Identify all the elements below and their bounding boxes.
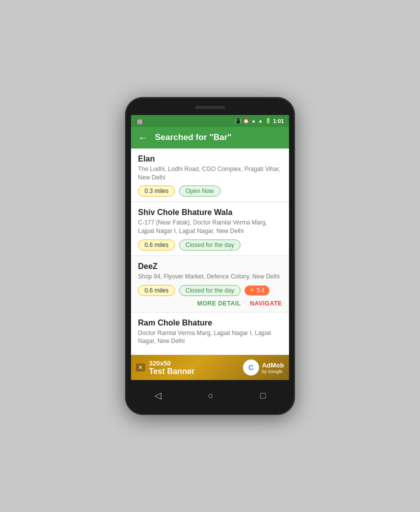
android-icon: 🤖: [136, 118, 144, 124]
result-address: Doctor Ramlal Verma Marg, Lajpat Nagar I…: [138, 329, 282, 346]
toolbar-title: Searched for "Bar": [155, 132, 232, 142]
battery-icon: 🔋: [265, 118, 271, 124]
wifi-icon: ▲: [251, 118, 256, 124]
vibrate-icon: 📳: [235, 118, 241, 124]
action-buttons: MORE DETAIL NAVIGATE: [138, 300, 282, 307]
result-item-shiv[interactable]: Shiv Chole Bhature Wala C-177 (Near Fata…: [131, 202, 289, 256]
result-item-deez[interactable]: DeeZ Shop 94, Flyover Market, Defence Co…: [131, 256, 289, 312]
time-display: 1:01: [273, 118, 284, 124]
result-badges: 0.3 miles Open Now: [138, 186, 282, 196]
home-nav-button[interactable]: ○: [208, 390, 214, 401]
back-nav-button[interactable]: ◁: [154, 390, 162, 401]
result-name: DeeZ: [138, 262, 282, 271]
navigation-bar: ◁ ○ □: [131, 385, 289, 406]
result-address: The Lodhi, Lodhi Road, CGO Complex, Prag…: [138, 165, 282, 182]
distance-badge: 0.6 miles: [138, 240, 175, 250]
result-badges: 0.6 miles Closed for the day: [138, 240, 282, 250]
ad-text: 320x50 Test Banner: [149, 360, 194, 376]
result-badges: 0.6 miles Closed for the day ★ 3.4: [138, 285, 282, 296]
navigate-button[interactable]: NAVIGATE: [250, 300, 282, 307]
phone-speaker: [195, 106, 225, 109]
toolbar: ← Searched for "Bar": [131, 127, 289, 148]
distance-badge: 0.6 miles: [138, 285, 175, 296]
status-badge: Closed for the day: [179, 285, 240, 296]
result-item-ram[interactable]: Ram Chole Bhature Doctor Ramlal Verma Ma…: [131, 312, 289, 356]
phone-device: 🤖 📳 ⏰ ▲ ▲ 🔋 1:01 ← Searched for "Bar" El…: [125, 97, 295, 416]
result-address: C-177 (Near Fatak), Doctor Ramlal Verma …: [138, 218, 282, 236]
result-name: Shiv Chole Bhature Wala: [138, 208, 282, 217]
ad-test-label: Test Banner: [149, 367, 194, 376]
result-name: Ram Chole Bhature: [138, 318, 282, 328]
ad-logo-area: C AdMob by Google: [243, 360, 284, 376]
ad-close-button[interactable]: ✕: [136, 364, 145, 372]
status-bar: 🤖 📳 ⏰ ▲ ▲ 🔋 1:01: [131, 115, 289, 127]
rating-value: 3.4: [256, 287, 264, 294]
admob-by-google: by Google: [262, 369, 282, 374]
admob-name: AdMob: [262, 362, 284, 369]
status-badge: Closed for the day: [179, 240, 240, 250]
status-bar-left: 🤖: [136, 118, 144, 124]
rating-badge: ★ 3.4: [244, 286, 270, 296]
result-name: Elan: [138, 154, 282, 164]
admob-brand: AdMob by Google: [262, 362, 284, 374]
back-button[interactable]: ←: [138, 132, 148, 144]
clock-icon: ⏰: [243, 118, 249, 124]
distance-badge: 0.3 miles: [138, 186, 175, 196]
signal-icon: ▲: [258, 118, 263, 124]
star-icon: ★: [250, 287, 254, 294]
more-detail-button[interactable]: MORE DETAIL: [197, 300, 240, 307]
results-list: Elan The Lodhi, Lodhi Road, CGO Complex,…: [131, 148, 289, 380]
status-bar-right: 📳 ⏰ ▲ ▲ 🔋 1:01: [235, 118, 284, 124]
ad-banner: ✕ 320x50 Test Banner C AdMob by Google: [131, 355, 289, 380]
admob-logo-icon: C: [243, 360, 259, 376]
ad-size: 320x50: [149, 360, 194, 367]
phone-screen: 🤖 📳 ⏰ ▲ ▲ 🔋 1:01 ← Searched for "Bar" El…: [131, 115, 289, 380]
result-item-elan[interactable]: Elan The Lodhi, Lodhi Road, CGO Complex,…: [131, 148, 289, 202]
result-address: Shop 94, Flyover Market, Defence Colony,…: [138, 272, 282, 281]
recent-nav-button[interactable]: □: [260, 390, 266, 401]
status-badge: Open Now: [179, 186, 220, 196]
